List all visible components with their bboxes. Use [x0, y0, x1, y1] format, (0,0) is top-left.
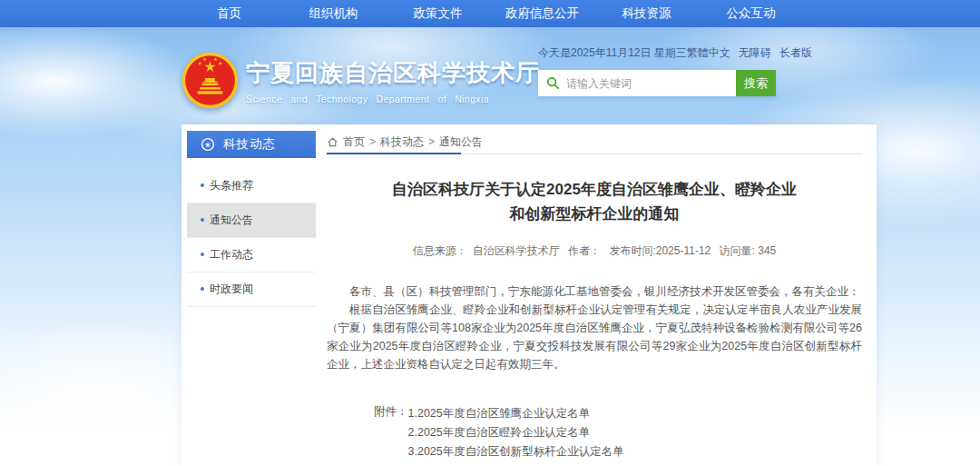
star-circle-icon — [201, 137, 215, 152]
sidebar-item-label: 工作动态 — [210, 248, 253, 261]
link-elderly-version[interactable]: 长者版 — [779, 45, 812, 61]
article-title-line2: 和创新型标杆企业的通知 — [327, 202, 862, 226]
nav-item-resources[interactable]: 科技资源 — [594, 0, 699, 27]
home-icon — [327, 136, 338, 148]
sidebar-header: 科技动态 — [187, 131, 316, 158]
article-meta: 信息来源：自治区科学技术厅 作者： 发布时间:2025-11-12 访问量: 3… — [327, 243, 862, 259]
meta-publish-label: 发布时间: — [609, 244, 655, 257]
breadcrumb-separator: > — [369, 135, 376, 148]
search-input[interactable] — [538, 70, 736, 96]
nav-item-interaction[interactable]: 公众互动 — [699, 0, 803, 27]
search-icon — [546, 76, 560, 90]
sidebar-item-work-updates[interactable]: 工作动态 — [187, 238, 316, 273]
search-bar: 搜索 — [538, 70, 776, 96]
subtitle-word: Ningxia — [455, 94, 489, 104]
attachment-link-2[interactable]: 2.2025年度自治区瞪羚企业认定名单 — [408, 423, 624, 442]
subtitle-word: Technology — [316, 94, 368, 104]
nav-item-gov-info[interactable]: 政府信息公开 — [490, 0, 594, 27]
breadcrumb-home[interactable]: 首页 — [343, 134, 365, 150]
today-date-text: 今天是2025年11月12日 星期三 — [538, 45, 687, 61]
nav-item-organization[interactable]: 组织机构 — [281, 0, 386, 27]
meta-views-value: 345 — [758, 244, 776, 257]
sidebar-item-notices[interactable]: 通知公告 — [187, 203, 316, 238]
breadcrumb-science-news[interactable]: 科技动态 — [380, 134, 424, 150]
nav-item-home[interactable]: 首页 — [177, 0, 281, 27]
link-accessibility[interactable]: 无障碍 — [739, 45, 771, 61]
content-panel: 科技动态 头条推荐 通知公告 工作动态 时政要闻 首页 > 科技 — [181, 124, 877, 466]
link-traditional-chinese[interactable]: 繁體中文 — [687, 45, 730, 61]
top-nav-items: 首页 组织机构 政策文件 政府信息公开 科技资源 公众互动 — [177, 0, 803, 27]
sidebar-title: 科技动态 — [223, 136, 276, 153]
attachment-link-3[interactable]: 3.2025年度自治区创新型标杆企业认定名单 — [408, 442, 624, 461]
breadcrumb: 首页 > 科技动态 > 通知公告 — [327, 130, 862, 154]
meta-source-label: 信息来源： — [413, 244, 467, 257]
sidebar-list: 头条推荐 通知公告 工作动态 时政要闻 — [187, 169, 316, 307]
article-paragraph: 各市、县（区）科技管理部门，宁东能源化工基地管委会，银川经济技术开发区管委会，各… — [327, 283, 862, 301]
site-title: 宁夏回族自治区科学技术厅 — [246, 57, 491, 89]
sidebar-item-label: 通知公告 — [210, 213, 253, 226]
subtitle-word: Department — [376, 94, 429, 104]
breadcrumb-separator: > — [428, 135, 435, 148]
attachments: 附件： 1.2025年度自治区雏鹰企业认定名单 2.2025年度自治区瞪羚企业认… — [374, 404, 862, 461]
meta-publish-date: 2025-11-12 — [656, 244, 711, 257]
article-body: 各市、县（区）科技管理部门，宁东能源化工基地管委会，银川经济技术开发区管委会，各… — [327, 283, 862, 373]
meta-source-value: 自治区科学技术厅 — [473, 244, 560, 257]
subtitle-word: Science — [246, 94, 282, 104]
sidebar-item-current-affairs[interactable]: 时政要闻 — [187, 273, 316, 307]
sidebar: 科技动态 头条推荐 通知公告 工作动态 时政要闻 — [187, 131, 316, 307]
bullet-dot-icon — [201, 287, 204, 291]
meta-author-label: 作者： — [568, 244, 601, 257]
article-title: 自治区科技厅关于认定2025年度自治区雏鹰企业、瞪羚企业 和创新型标杆企业的通知 — [327, 177, 862, 226]
article-area: 首页 > 科技动态 > 通知公告 自治区科技厅关于认定2025年度自治区雏鹰企业… — [327, 130, 862, 461]
sidebar-item-label: 时政要闻 — [210, 283, 253, 295]
breadcrumb-notices[interactable]: 通知公告 — [439, 134, 483, 150]
attachment-link-1[interactable]: 1.2025年度自治区雏鹰企业认定名单 — [408, 404, 624, 423]
header-right: 今天是2025年11月12日 星期三 繁體中文 无障碍 长者版 搜索 — [538, 45, 797, 96]
national-emblem-logo — [181, 52, 239, 109]
site-subtitle: Science and Technology Department of Nin… — [246, 94, 489, 104]
bullet-dot-icon — [201, 253, 204, 256]
nav-item-policy[interactable]: 政策文件 — [386, 0, 490, 27]
bullet-dot-icon — [201, 183, 204, 187]
subtitle-word: and — [290, 94, 308, 104]
meta-views-label: 访问量: — [720, 244, 755, 257]
site-title-block[interactable]: 宁夏回族自治区科学技术厅 Science and Technology Depa… — [246, 57, 491, 104]
bullet-dot-icon — [201, 218, 204, 222]
article-paragraph: 根据自治区雏鹰企业、瞪羚企业和创新型标杆企业认定管理有关规定，决定认定半亩良人农… — [327, 301, 862, 373]
attachments-label: 附件： — [374, 404, 408, 461]
sidebar-item-label: 头条推荐 — [210, 179, 253, 192]
subtitle-word: of — [437, 94, 446, 104]
search-button[interactable]: 搜索 — [736, 70, 776, 96]
sidebar-item-headlines[interactable]: 头条推荐 — [187, 169, 316, 203]
top-nav-bar: 首页 组织机构 政策文件 政府信息公开 科技资源 公众互动 — [0, 0, 980, 27]
quick-links: 繁體中文 无障碍 长者版 — [687, 45, 812, 61]
article-title-line1: 自治区科技厅关于认定2025年度自治区雏鹰企业、瞪羚企业 — [327, 177, 862, 202]
